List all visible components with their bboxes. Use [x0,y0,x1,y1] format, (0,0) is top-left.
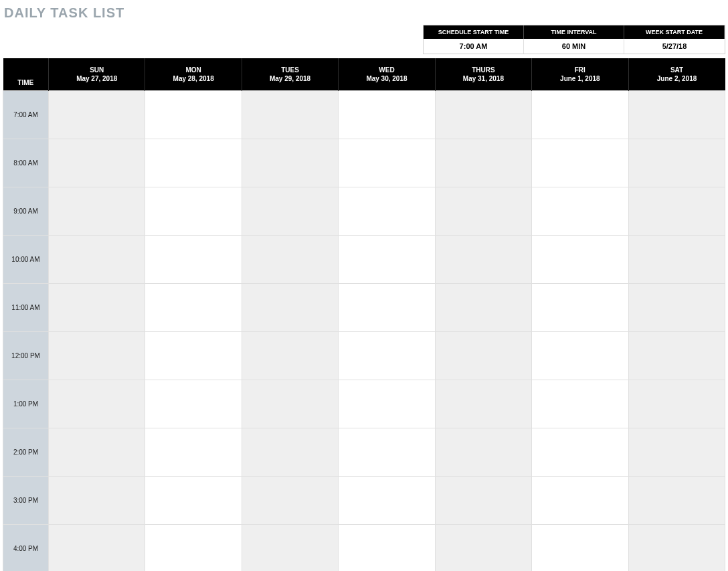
schedule-cell[interactable] [532,428,628,476]
schedule-cell[interactable] [339,331,435,380]
schedule-cell[interactable] [49,380,145,428]
time-cell: 7:00 AM [3,90,49,139]
schedule-cell[interactable] [145,139,242,187]
schedule-cell[interactable] [49,283,145,331]
schedule-cell[interactable] [339,139,435,187]
schedule-cell[interactable] [145,283,242,331]
schedule-cell[interactable] [435,187,531,235]
schedule-cell[interactable] [532,476,628,524]
schedule-cell[interactable] [49,139,145,187]
day-header-dow: SAT [629,66,725,74]
schedule-cell[interactable] [145,187,242,235]
settings-header-start-time: SCHEDULE START TIME [424,25,524,39]
schedule-cell[interactable] [435,524,531,571]
settings-header-week-start: WEEK START DATE [624,25,725,39]
settings-value-week-start[interactable]: 5/27/18 [624,39,725,54]
day-header-sat: SATJune 2, 2018 [628,58,725,90]
table-row: 2:00 PM [3,428,725,476]
time-column-header: TIME [3,58,49,90]
schedule-cell[interactable] [242,139,338,187]
day-header-wed: WEDMay 30, 2018 [339,58,435,90]
schedule-cell[interactable] [628,139,725,187]
schedule-cell[interactable] [532,331,628,380]
schedule-cell[interactable] [628,187,725,235]
settings-value-start-time[interactable]: 7:00 AM [424,39,524,54]
schedule-cell[interactable] [628,524,725,571]
time-cell: 2:00 PM [3,428,49,476]
schedule-cell[interactable] [145,235,242,283]
schedule-cell[interactable] [242,524,338,571]
schedule-cell[interactable] [145,428,242,476]
day-header-date: May 29, 2018 [242,75,338,82]
schedule-cell[interactable] [628,476,725,524]
time-cell: 9:00 AM [3,187,49,235]
schedule-header-row: TIME SUNMay 27, 2018 MONMay 28, 2018 TUE… [3,58,725,90]
schedule-cell[interactable] [628,331,725,380]
schedule-cell[interactable] [435,331,531,380]
schedule-cell[interactable] [49,187,145,235]
schedule-cell[interactable] [435,476,531,524]
schedule-cell[interactable] [242,235,338,283]
schedule-cell[interactable] [242,380,338,428]
day-header-thurs: THURSMay 31, 2018 [435,58,531,90]
schedule-cell[interactable] [532,187,628,235]
time-cell: 1:00 PM [3,380,49,428]
schedule-cell[interactable] [435,139,531,187]
day-header-fri: FRIJune 1, 2018 [532,58,628,90]
schedule-cell[interactable] [145,476,242,524]
day-header-dow: WED [339,66,434,74]
schedule-cell[interactable] [242,428,338,476]
schedule-cell[interactable] [339,380,435,428]
table-row: 9:00 AM [3,187,725,235]
day-header-dow: TUES [242,66,338,74]
schedule-cell[interactable] [435,380,531,428]
schedule-cell[interactable] [435,283,531,331]
schedule-cell[interactable] [628,283,725,331]
schedule-cell[interactable] [532,90,628,139]
schedule-cell[interactable] [145,380,242,428]
schedule-cell[interactable] [145,331,242,380]
schedule-cell[interactable] [339,187,435,235]
schedule-cell[interactable] [339,428,435,476]
day-header-tues: TUESMay 29, 2018 [242,58,338,90]
schedule-cell[interactable] [435,90,531,139]
time-cell: 11:00 AM [3,283,49,331]
schedule-cell[interactable] [145,90,242,139]
schedule-cell[interactable] [49,90,145,139]
schedule-cell[interactable] [339,90,435,139]
table-row: 4:00 PM [3,524,725,571]
day-header-date: May 27, 2018 [49,75,145,82]
schedule-cell[interactable] [49,524,145,571]
schedule-cell[interactable] [435,235,531,283]
schedule-cell[interactable] [435,428,531,476]
day-header-date: June 1, 2018 [532,75,628,82]
schedule-cell[interactable] [339,235,435,283]
schedule-cell[interactable] [242,187,338,235]
schedule-cell[interactable] [242,476,338,524]
schedule-cell[interactable] [242,283,338,331]
schedule-cell[interactable] [49,331,145,380]
schedule-cell[interactable] [532,283,628,331]
schedule-cell[interactable] [339,524,435,571]
schedule-cell[interactable] [532,524,628,571]
day-header-date: May 28, 2018 [145,75,241,82]
schedule-cell[interactable] [242,90,338,139]
schedule-cell[interactable] [339,283,435,331]
schedule-cell[interactable] [628,235,725,283]
schedule-cell[interactable] [532,139,628,187]
schedule-cell[interactable] [49,428,145,476]
day-header-sun: SUNMay 27, 2018 [49,58,145,90]
schedule-cell[interactable] [628,428,725,476]
settings-value-interval[interactable]: 60 MIN [524,39,624,54]
schedule-cell[interactable] [628,380,725,428]
schedule-cell[interactable] [532,380,628,428]
schedule-cell[interactable] [339,476,435,524]
schedule-cell[interactable] [242,331,338,380]
schedule-cell[interactable] [49,476,145,524]
schedule-cell[interactable] [49,235,145,283]
table-row: 11:00 AM [3,283,725,331]
schedule-cell[interactable] [145,524,242,571]
schedule-cell[interactable] [532,235,628,283]
schedule-cell[interactable] [628,90,725,139]
page-title: DAILY TASK LIST [4,5,725,21]
